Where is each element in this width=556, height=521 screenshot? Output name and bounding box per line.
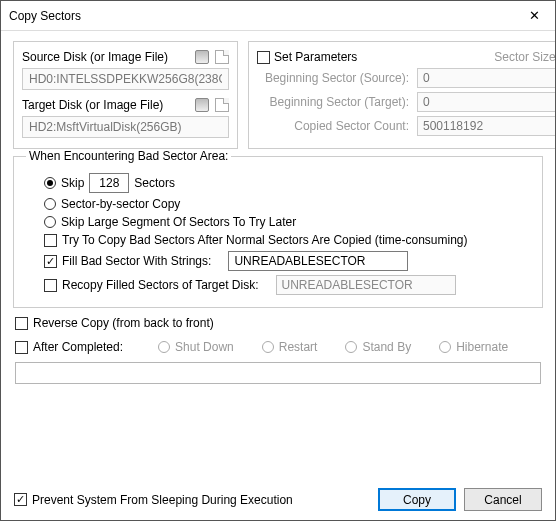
skip-large-label: Skip Large Segment Of Sectors To Try Lat… <box>61 215 296 229</box>
bad-sector-group: When Encountering Bad Sector Area: Skip … <box>13 149 543 308</box>
standby-radio <box>345 341 357 353</box>
begin-source-label: Beginning Sector (Source): <box>257 71 417 85</box>
try-copy-checkbox[interactable] <box>44 234 57 247</box>
window-title: Copy Sectors <box>9 9 81 23</box>
after-completed-label: After Completed: <box>33 340 123 354</box>
set-params-checkbox[interactable] <box>257 51 270 64</box>
disk-icon[interactable] <box>195 98 209 112</box>
source-disk-label: Source Disk (or Image File) <box>22 50 168 64</box>
title-bar: Copy Sectors ✕ <box>1 1 555 31</box>
reverse-copy-label: Reverse Copy (from back to front) <box>33 316 214 330</box>
skip-count-field[interactable] <box>89 173 129 193</box>
file-icon[interactable] <box>215 50 229 64</box>
restart-radio <box>262 341 274 353</box>
recopy-label: Recopy Filled Sectors of Target Disk: <box>62 278 259 292</box>
standby-label: Stand By <box>362 340 411 354</box>
shutdown-radio <box>158 341 170 353</box>
file-icon[interactable] <box>215 98 229 112</box>
prevent-sleep-label: Prevent System From Sleeping During Exec… <box>32 493 293 507</box>
shutdown-label: Shut Down <box>175 340 234 354</box>
skip-suffix: Sectors <box>134 176 175 190</box>
disk-icon[interactable] <box>195 50 209 64</box>
sector-by-sector-radio[interactable] <box>44 198 56 210</box>
begin-target-label: Beginning Sector (Target): <box>257 95 417 109</box>
fill-string-field[interactable] <box>228 251 408 271</box>
skip-large-radio[interactable] <box>44 216 56 228</box>
target-disk-label: Target Disk (or Image File) <box>22 98 163 112</box>
fill-checkbox[interactable] <box>44 255 57 268</box>
sector-by-sector-label: Sector-by-sector Copy <box>61 197 180 211</box>
skip-label: Skip <box>61 176 84 190</box>
cancel-button[interactable]: Cancel <box>464 488 542 511</box>
bad-sector-legend: When Encountering Bad Sector Area: <box>26 149 231 163</box>
hibernate-label: Hibernate <box>456 340 508 354</box>
recopy-checkbox[interactable] <box>44 279 57 292</box>
close-button[interactable]: ✕ <box>513 1 555 30</box>
recopy-string-field <box>276 275 456 295</box>
restart-label: Restart <box>279 340 318 354</box>
source-disk-field[interactable] <box>22 68 229 90</box>
prevent-sleep-checkbox[interactable] <box>14 493 27 506</box>
hibernate-radio <box>439 341 451 353</box>
progress-area <box>15 362 541 384</box>
copied-count-label: Copied Sector Count: <box>257 119 417 133</box>
after-completed-checkbox[interactable] <box>15 341 28 354</box>
set-params-label: Set Parameters <box>274 50 357 64</box>
begin-target-field[interactable] <box>417 92 556 112</box>
sector-size-label: Sector Size 512 <box>494 50 556 64</box>
skip-radio[interactable] <box>44 177 56 189</box>
fill-label: Fill Bad Sector With Strings: <box>62 254 211 268</box>
copy-button[interactable]: Copy <box>378 488 456 511</box>
reverse-copy-checkbox[interactable] <box>15 317 28 330</box>
copied-count-field[interactable] <box>417 116 556 136</box>
target-disk-field[interactable] <box>22 116 229 138</box>
begin-source-field[interactable] <box>417 68 556 88</box>
try-copy-label: Try To Copy Bad Sectors After Normal Sec… <box>62 233 468 247</box>
